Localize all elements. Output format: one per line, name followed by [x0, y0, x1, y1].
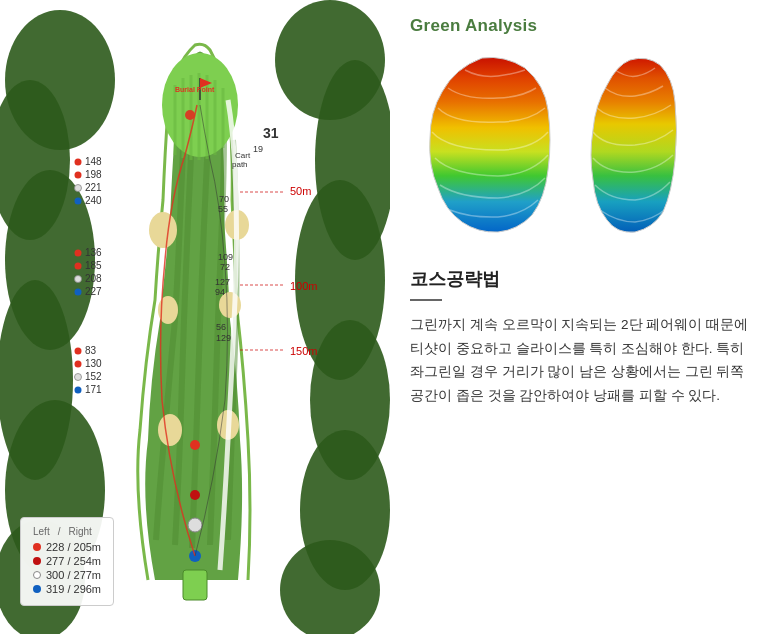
svg-text:171: 171	[85, 384, 102, 395]
legend-distance-3: 300 / 277m	[46, 569, 101, 581]
svg-text:83: 83	[85, 345, 97, 356]
svg-point-55	[75, 172, 82, 179]
svg-text:Burial Point: Burial Point	[175, 86, 215, 93]
green-images	[410, 50, 761, 239]
svg-text:100m: 100m	[290, 280, 318, 292]
course-map-panel: 31 19 Burial Point Cart path 70 55 109 7…	[0, 0, 390, 634]
svg-point-71	[75, 361, 82, 368]
svg-point-24	[158, 414, 182, 446]
svg-point-75	[75, 387, 82, 394]
legend-right-label: Right	[68, 526, 91, 537]
svg-point-45	[188, 518, 202, 532]
right-panel: Green Analysis	[390, 0, 781, 634]
svg-text:path: path	[232, 160, 248, 169]
svg-text:94: 94	[215, 287, 225, 297]
svg-text:129: 129	[216, 333, 231, 343]
svg-text:152: 152	[85, 371, 102, 382]
svg-text:127: 127	[215, 277, 230, 287]
svg-text:185: 185	[85, 260, 102, 271]
legend-distance-2: 277 / 254m	[46, 555, 101, 567]
legend-left-label: Left	[33, 526, 50, 537]
svg-point-63	[75, 263, 82, 270]
svg-point-73	[75, 374, 82, 381]
strategy-divider	[410, 299, 442, 301]
svg-text:148: 148	[85, 156, 102, 167]
legend-dot-red-1	[33, 543, 41, 551]
svg-point-44	[190, 490, 200, 500]
svg-text:31: 31	[263, 125, 279, 141]
svg-text:208: 208	[85, 273, 102, 284]
svg-text:221: 221	[85, 182, 102, 193]
svg-point-69	[75, 348, 82, 355]
svg-text:240: 240	[85, 195, 102, 206]
svg-rect-78	[575, 50, 695, 235]
legend-item-4: 319 / 296m	[33, 583, 101, 595]
strategy-title: 코스공략법	[410, 267, 761, 291]
distance-legend: Left / Right 228 / 205m 277 / 254m 300 /…	[20, 517, 114, 606]
legend-distance-4: 319 / 296m	[46, 583, 101, 595]
svg-point-67	[75, 289, 82, 296]
strategy-section: 코스공략법 그린까지 계속 오르막이 지속되는 2단 페어웨이 때문에 티샷이 …	[410, 267, 761, 408]
svg-point-43	[190, 440, 200, 450]
legend-item-3: 300 / 277m	[33, 569, 101, 581]
legend-item-2: 277 / 254m	[33, 555, 101, 567]
svg-text:109: 109	[218, 252, 233, 262]
svg-text:150m: 150m	[290, 345, 318, 357]
legend-dot-white	[33, 571, 41, 579]
legend-dot-darkred	[33, 557, 41, 565]
svg-text:227: 227	[85, 286, 102, 297]
svg-point-65	[75, 276, 82, 283]
svg-rect-26	[183, 570, 207, 600]
legend-header: Left / Right	[33, 526, 101, 537]
svg-text:56: 56	[216, 322, 226, 332]
svg-point-20	[149, 212, 177, 248]
green-analysis-title: Green Analysis	[410, 16, 761, 36]
svg-point-57	[75, 185, 82, 192]
svg-point-61	[75, 250, 82, 257]
strategy-text: 그린까지 계속 오르막이 지속되는 2단 페어웨이 때문에 티샷이 중요하고 슬…	[410, 313, 761, 408]
green-shape-right	[575, 50, 695, 239]
svg-point-53	[75, 159, 82, 166]
svg-text:50m: 50m	[290, 185, 311, 197]
green-shape-left	[410, 50, 555, 239]
course-map: 31 19 Burial Point Cart path 70 55 109 7…	[0, 0, 390, 634]
svg-text:19: 19	[253, 144, 263, 154]
svg-text:198: 198	[85, 169, 102, 180]
legend-dot-blue	[33, 585, 41, 593]
legend-distance-1: 228 / 205m	[46, 541, 101, 553]
svg-text:136: 136	[85, 247, 102, 258]
svg-text:Cart: Cart	[235, 151, 251, 160]
svg-text:130: 130	[85, 358, 102, 369]
legend-item-1: 228 / 205m	[33, 541, 101, 553]
svg-point-59	[75, 198, 82, 205]
legend-slash: /	[58, 526, 61, 537]
svg-text:70: 70	[219, 194, 229, 204]
